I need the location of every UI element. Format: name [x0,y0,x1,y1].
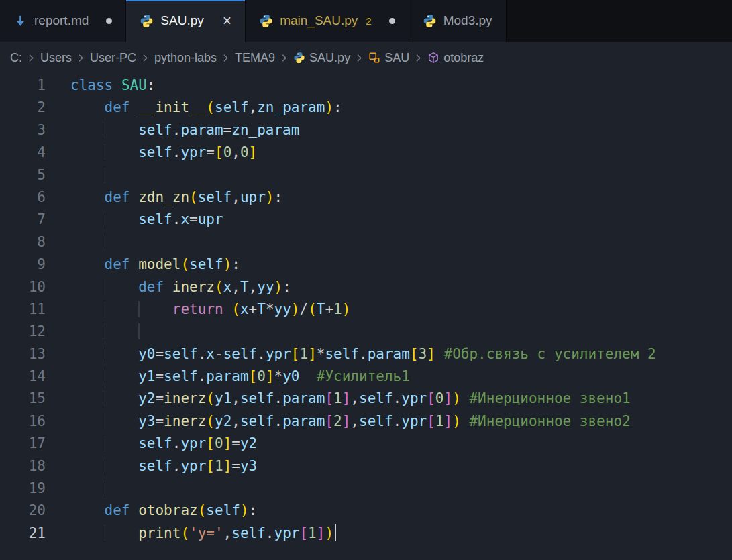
indent-guide [105,301,139,317]
breadcrumb-item-user-pc[interactable]: User-PC [88,51,138,65]
code-line-text [70,478,138,500]
code-line[interactable]: 10 def inerz(x,T,yy): [0,276,732,298]
code-line-text [70,231,138,254]
code-line[interactable]: 11 return (x+T*yy)/(T+1) [0,298,732,321]
tab-label: main_SAU.py [280,13,358,28]
breadcrumb-item-sau-py[interactable]: SAU.py [291,51,352,65]
chevron-right-icon [140,52,151,64]
tab-sau-py[interactable]: SAU.py× [126,0,246,42]
indent-guide [138,301,172,317]
code-line-text: self.ypr[0]=y2 [70,433,257,455]
line-number: 15 [0,388,46,410]
python-icon [140,14,154,28]
breadcrumb-item-python-labs[interactable]: python-labs [152,51,219,65]
breadcrumb-label: TEMA9 [235,51,275,65]
line-number: 21 [0,522,46,545]
tab-mod3-py[interactable]: Mod3.py [409,0,507,42]
code-line[interactable]: 13 y0=self.x-self.ypr[1]*self.param[3] #… [0,343,732,366]
code-line-text: self.ypr=[0,0] [70,142,257,164]
code-line[interactable]: 3 self.param=zn_param [0,119,732,142]
breadcrumb: C:UsersUser-PCpython-labsTEMA9SAU.pySAUo… [0,42,732,74]
code-line[interactable]: 2 def __init__(self,zn_param): [0,97,732,119]
indent-guide [105,390,139,406]
chevron-right-icon [75,52,87,64]
breadcrumb-label: python-labs [154,51,217,65]
code-line[interactable]: 20 def otobraz(self): [0,500,732,522]
code-editor[interactable]: 1class SAU:2 def __init__(self,zn_param)… [0,74,732,560]
problems-count-badge: 2 [366,15,371,27]
line-number: 10 [0,276,46,298]
breadcrumb-item-users[interactable]: Users [38,51,74,65]
indent-guide [105,122,139,138]
code-line[interactable]: 6 def zdn_zn(self,upr): [0,186,732,209]
modified-dot-icon [389,18,395,24]
line-number: 19 [0,478,46,500]
code-line[interactable]: 18 self.ypr[1]=y3 [0,455,732,478]
line-number: 20 [0,500,46,522]
breadcrumb-item-sau[interactable]: SAU [366,51,411,65]
code-line[interactable]: 16 y3=inerz(y2,self.param[2],self.ypr[1]… [0,410,732,433]
indent-guide [105,167,139,183]
line-number: 17 [0,433,46,455]
breadcrumb-label: Users [40,51,72,65]
class-icon [368,52,380,64]
line-number: 9 [0,254,46,276]
indent-guide [105,234,139,250]
code-line-text: y1=self.param[0]*y0 #Усилитель1 [70,366,410,388]
breadcrumb-label: C: [10,51,22,65]
code-line-text: def otobraz(self): [70,500,257,522]
line-number: 2 [0,97,46,119]
code-line-text: def inerz(x,T,yy): [70,276,291,298]
code-line-text: return (x+T*yy)/(T+1) [70,298,350,321]
code-line-text: class SAU: [70,74,155,97]
code-line[interactable]: 21 print('y=',self.ypr[1]) [0,522,732,545]
close-tab-icon[interactable]: × [223,13,231,29]
code-line[interactable]: 4 self.ypr=[0,0] [0,142,732,164]
modified-dot-icon [106,18,112,24]
tab-label: report.md [34,13,89,28]
code-line-text [70,164,138,186]
line-number: 12 [0,321,46,343]
line-number: 14 [0,366,46,388]
vscode-window: report.mdSAU.py×main_SAU.py2Mod3.py C:Us… [0,0,732,560]
code-line[interactable]: 1class SAU: [0,74,732,97]
code-line-text: self.param=zn_param [70,119,299,142]
markdown-icon [13,14,28,28]
code-line[interactable]: 8 [0,231,732,254]
code-line[interactable]: 12 [0,321,732,343]
breadcrumb-label: otobraz [443,51,484,65]
code-line[interactable]: 17 self.ypr[0]=y2 [0,433,732,455]
breadcrumb-item-tema9[interactable]: TEMA9 [233,51,277,65]
tab-main-sau-py[interactable]: main_SAU.py2 [246,0,409,42]
code-line[interactable]: 7 self.x=upr [0,209,732,231]
code-line[interactable]: 9 def model(self): [0,254,732,276]
code-line-text: self.ypr[1]=y3 [70,455,257,478]
code-line-text: y2=inerz(y1,self.param[1],self.ypr[0]) #… [70,388,631,410]
python-icon [293,52,305,64]
line-number: 18 [0,455,46,478]
line-number: 6 [0,186,46,209]
code-line[interactable]: 15 y2=inerz(y1,self.param[1],self.ypr[0]… [0,388,732,410]
tab-report-md[interactable]: report.md [0,0,126,42]
code-line-text: print('y=',self.ypr[1]) [70,522,336,545]
indent-guide [105,435,139,451]
line-number: 7 [0,209,46,231]
code-line[interactable]: 19 [0,478,732,500]
chevron-right-icon [25,52,37,64]
line-number: 11 [0,298,46,321]
text-cursor [335,524,336,541]
indent-guide [105,346,139,362]
code-line[interactable]: 5 [0,164,732,186]
breadcrumb-item-otobraz[interactable]: otobraz [425,51,486,65]
editor-tab-bar: report.mdSAU.py×main_SAU.py2Mod3.py [0,0,732,42]
indent-guide [105,413,139,429]
chevron-right-icon [413,52,424,64]
breadcrumb-label: SAU [384,51,409,65]
code-line-text: def model(self): [70,254,240,276]
code-line-text: self.x=upr [70,209,223,231]
code-line[interactable]: 14 y1=self.param[0]*y0 #Усилитель1 [0,366,732,388]
code-line-text: def zdn_zn(self,upr): [70,186,282,209]
python-icon [423,14,437,28]
breadcrumb-item-c-[interactable]: C: [8,51,24,65]
line-number: 13 [0,343,46,366]
